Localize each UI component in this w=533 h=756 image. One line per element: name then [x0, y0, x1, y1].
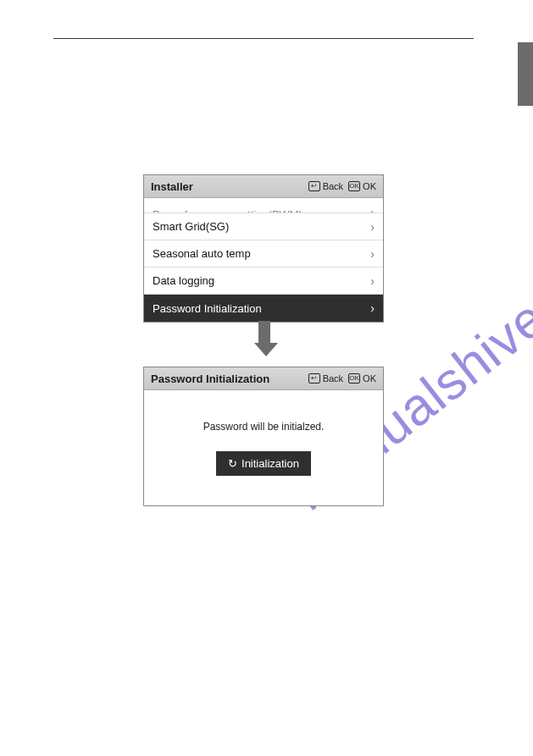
back-label: Back	[323, 181, 343, 191]
ok-button[interactable]: OK OK	[348, 181, 376, 191]
installer-header: Installer ↩ Back OK OK	[144, 175, 383, 198]
row-label: Data logging	[153, 274, 370, 287]
body-message: Password will be initialzed.	[203, 421, 325, 433]
list-row-smart-grid[interactable]: Smart Grid(SG) ›	[144, 213, 383, 240]
arrow-down-icon	[254, 321, 275, 356]
page-edge-tab	[518, 42, 533, 106]
list-row-pump-frequency[interactable]: Pump frequency setting(PWM) ›	[144, 198, 383, 213]
initialization-button[interactable]: ↻ Initialization	[216, 451, 311, 476]
password-init-header: Password Initialization ↩ Back OK OK	[144, 367, 383, 390]
password-init-panel: Password Initialization ↩ Back OK OK Pas…	[143, 367, 384, 506]
refresh-icon: ↻	[228, 457, 237, 470]
installer-title: Installer	[151, 180, 303, 193]
ok-icon: OK	[348, 181, 360, 191]
list-row-data-logging[interactable]: Data logging ›	[144, 268, 383, 295]
back-button[interactable]: ↩ Back	[308, 373, 343, 384]
list-row-seasonal-auto-temp[interactable]: Seasonal auto temp ›	[144, 240, 383, 268]
back-button[interactable]: ↩ Back	[308, 181, 343, 191]
ok-icon: OK	[348, 373, 360, 384]
ok-button[interactable]: OK OK	[348, 373, 376, 384]
ok-label: OK	[363, 373, 376, 384]
chevron-right-icon: ›	[370, 206, 375, 213]
chevron-right-icon: ›	[370, 220, 375, 234]
row-label: Seasonal auto temp	[153, 247, 370, 260]
password-init-body: Password will be initialzed. ↻ Initializ…	[144, 390, 383, 506]
initialization-button-label: Initialization	[242, 457, 299, 470]
top-rule	[53, 38, 474, 39]
back-icon: ↩	[308, 373, 320, 384]
row-label: Smart Grid(SG)	[153, 220, 370, 233]
installer-panel: Installer ↩ Back OK OK Pump frequency se…	[143, 174, 384, 323]
chevron-right-icon: ›	[370, 274, 375, 288]
back-icon: ↩	[308, 181, 320, 191]
ok-label: OK	[363, 181, 376, 191]
back-label: Back	[323, 373, 343, 384]
row-label: Password Initialization	[153, 302, 370, 315]
chevron-right-icon: ›	[370, 247, 375, 261]
password-init-title: Password Initialization	[151, 372, 303, 385]
chevron-right-icon: ›	[370, 301, 375, 315]
list-row-password-initialization[interactable]: Password Initialization ›	[144, 295, 383, 322]
